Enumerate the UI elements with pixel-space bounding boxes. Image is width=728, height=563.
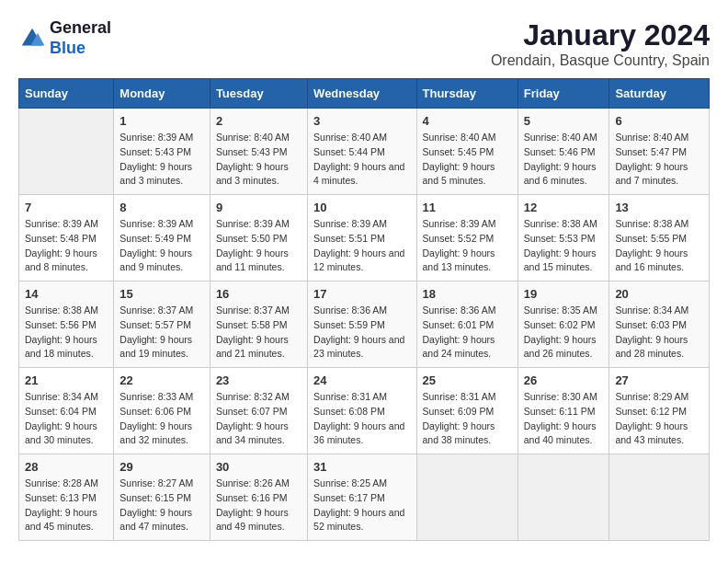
date-number: 30 bbox=[216, 460, 301, 474]
date-number: 7 bbox=[25, 201, 108, 214]
table-row: 31 Sunrise: 8:25 AMSunset: 6:17 PMDaylig… bbox=[308, 454, 416, 541]
header-friday: Friday bbox=[518, 79, 609, 109]
cell-info: Sunrise: 8:40 AMSunset: 5:43 PMDaylight:… bbox=[216, 131, 301, 189]
cell-info: Sunrise: 8:31 AMSunset: 6:09 PMDaylight:… bbox=[423, 390, 512, 448]
date-number: 9 bbox=[216, 201, 301, 214]
date-number: 26 bbox=[524, 373, 604, 387]
table-row: 28 Sunrise: 8:28 AMSunset: 6:13 PMDaylig… bbox=[19, 454, 114, 541]
cell-info: Sunrise: 8:39 AMSunset: 5:50 PMDaylight:… bbox=[216, 217, 301, 275]
cell-info: Sunrise: 8:30 AMSunset: 6:11 PMDaylight:… bbox=[524, 390, 604, 448]
table-row: 24 Sunrise: 8:31 AMSunset: 6:08 PMDaylig… bbox=[308, 368, 416, 454]
date-number: 23 bbox=[216, 373, 301, 387]
table-row: 29 Sunrise: 8:27 AMSunset: 6:15 PMDaylig… bbox=[114, 454, 210, 541]
calendar-week-row: 14 Sunrise: 8:38 AMSunset: 5:56 PMDaylig… bbox=[19, 282, 710, 368]
logo-text: General Blue bbox=[50, 18, 111, 58]
table-row: 22 Sunrise: 8:33 AMSunset: 6:06 PMDaylig… bbox=[114, 368, 210, 454]
calendar-table: Sunday Monday Tuesday Wednesday Thursday… bbox=[18, 78, 710, 541]
cell-info: Sunrise: 8:38 AMSunset: 5:53 PMDaylight:… bbox=[524, 217, 604, 275]
title-section: January 2024 Orendain, Basque Country, S… bbox=[491, 18, 710, 69]
calendar-header-row: Sunday Monday Tuesday Wednesday Thursday… bbox=[19, 79, 710, 109]
calendar-week-row: 21 Sunrise: 8:34 AMSunset: 6:04 PMDaylig… bbox=[19, 368, 710, 454]
table-row: 3 Sunrise: 8:40 AMSunset: 5:44 PMDayligh… bbox=[308, 109, 416, 195]
cell-info: Sunrise: 8:31 AMSunset: 6:08 PMDaylight:… bbox=[313, 390, 410, 448]
date-number: 16 bbox=[216, 287, 301, 301]
cell-info: Sunrise: 8:39 AMSunset: 5:48 PMDaylight:… bbox=[25, 217, 108, 275]
page-title: January 2024 bbox=[491, 18, 710, 52]
date-number: 5 bbox=[524, 114, 604, 128]
date-number: 6 bbox=[615, 114, 703, 128]
date-number: 24 bbox=[313, 373, 410, 387]
date-number: 25 bbox=[423, 373, 512, 387]
cell-info: Sunrise: 8:28 AMSunset: 6:13 PMDaylight:… bbox=[25, 477, 108, 534]
table-row: 25 Sunrise: 8:31 AMSunset: 6:09 PMDaylig… bbox=[416, 368, 518, 454]
calendar-week-row: 7 Sunrise: 8:39 AMSunset: 5:48 PMDayligh… bbox=[19, 195, 710, 282]
table-row: 18 Sunrise: 8:36 AMSunset: 6:01 PMDaylig… bbox=[416, 282, 518, 368]
table-row: 11 Sunrise: 8:39 AMSunset: 5:52 PMDaylig… bbox=[416, 195, 518, 282]
logo-line2: Blue bbox=[50, 39, 111, 59]
date-number: 10 bbox=[313, 201, 410, 214]
logo-line1: General bbox=[50, 18, 111, 39]
table-row: 14 Sunrise: 8:38 AMSunset: 5:56 PMDaylig… bbox=[19, 282, 114, 368]
table-row: 7 Sunrise: 8:39 AMSunset: 5:48 PMDayligh… bbox=[19, 195, 114, 282]
cell-info: Sunrise: 8:27 AMSunset: 6:15 PMDaylight:… bbox=[119, 477, 204, 534]
cell-info: Sunrise: 8:32 AMSunset: 6:07 PMDaylight:… bbox=[216, 390, 301, 448]
table-row: 4 Sunrise: 8:40 AMSunset: 5:45 PMDayligh… bbox=[416, 109, 518, 195]
date-number: 3 bbox=[313, 114, 410, 128]
date-number: 17 bbox=[313, 287, 410, 301]
header-sunday: Sunday bbox=[19, 79, 114, 109]
table-row: 9 Sunrise: 8:39 AMSunset: 5:50 PMDayligh… bbox=[210, 195, 307, 282]
cell-info: Sunrise: 8:33 AMSunset: 6:06 PMDaylight:… bbox=[119, 390, 204, 448]
calendar-week-row: 1 Sunrise: 8:39 AMSunset: 5:43 PMDayligh… bbox=[19, 109, 710, 195]
cell-info: Sunrise: 8:39 AMSunset: 5:52 PMDaylight:… bbox=[423, 217, 512, 275]
cell-info: Sunrise: 8:25 AMSunset: 6:17 PMDaylight:… bbox=[313, 477, 410, 534]
cell-info: Sunrise: 8:34 AMSunset: 6:04 PMDaylight:… bbox=[25, 390, 108, 448]
page-subtitle: Orendain, Basque Country, Spain bbox=[491, 52, 710, 69]
date-number: 28 bbox=[25, 460, 108, 474]
cell-info: Sunrise: 8:37 AMSunset: 5:58 PMDaylight:… bbox=[216, 304, 301, 362]
cell-info: Sunrise: 8:40 AMSunset: 5:45 PMDaylight:… bbox=[423, 131, 512, 189]
cell-info: Sunrise: 8:40 AMSunset: 5:46 PMDaylight:… bbox=[524, 131, 604, 189]
header-monday: Monday bbox=[114, 79, 210, 109]
date-number: 15 bbox=[119, 287, 204, 301]
header-saturday: Saturday bbox=[609, 79, 710, 109]
date-number: 12 bbox=[524, 201, 604, 214]
date-number: 4 bbox=[423, 114, 512, 128]
table-row: 1 Sunrise: 8:39 AMSunset: 5:43 PMDayligh… bbox=[114, 109, 210, 195]
table-row: 15 Sunrise: 8:37 AMSunset: 5:57 PMDaylig… bbox=[114, 282, 210, 368]
cell-info: Sunrise: 8:38 AMSunset: 5:55 PMDaylight:… bbox=[615, 217, 703, 275]
date-number: 13 bbox=[615, 201, 703, 214]
date-number: 2 bbox=[216, 114, 301, 128]
date-number: 31 bbox=[313, 460, 410, 474]
calendar-week-row: 28 Sunrise: 8:28 AMSunset: 6:13 PMDaylig… bbox=[19, 454, 710, 541]
cell-info: Sunrise: 8:26 AMSunset: 6:16 PMDaylight:… bbox=[216, 477, 301, 534]
date-number: 20 bbox=[615, 287, 703, 301]
table-row: 12 Sunrise: 8:38 AMSunset: 5:53 PMDaylig… bbox=[518, 195, 609, 282]
date-number: 14 bbox=[25, 287, 108, 301]
table-row: 16 Sunrise: 8:37 AMSunset: 5:58 PMDaylig… bbox=[210, 282, 307, 368]
cell-info: Sunrise: 8:36 AMSunset: 5:59 PMDaylight:… bbox=[313, 304, 410, 362]
cell-info: Sunrise: 8:40 AMSunset: 5:44 PMDaylight:… bbox=[313, 131, 410, 189]
date-number: 8 bbox=[119, 201, 204, 214]
cell-info: Sunrise: 8:40 AMSunset: 5:47 PMDaylight:… bbox=[615, 131, 703, 189]
table-row: 19 Sunrise: 8:35 AMSunset: 6:02 PMDaylig… bbox=[518, 282, 609, 368]
table-row: 13 Sunrise: 8:38 AMSunset: 5:55 PMDaylig… bbox=[609, 195, 710, 282]
date-number: 27 bbox=[615, 373, 703, 387]
logo: General Blue bbox=[18, 18, 111, 58]
cell-info: Sunrise: 8:29 AMSunset: 6:12 PMDaylight:… bbox=[615, 390, 703, 448]
table-row: 2 Sunrise: 8:40 AMSunset: 5:43 PMDayligh… bbox=[210, 109, 307, 195]
table-row bbox=[609, 454, 710, 541]
date-number: 11 bbox=[423, 201, 512, 214]
table-row: 26 Sunrise: 8:30 AMSunset: 6:11 PMDaylig… bbox=[518, 368, 609, 454]
cell-info: Sunrise: 8:39 AMSunset: 5:43 PMDaylight:… bbox=[119, 131, 204, 189]
cell-info: Sunrise: 8:35 AMSunset: 6:02 PMDaylight:… bbox=[524, 304, 604, 362]
header-wednesday: Wednesday bbox=[308, 79, 416, 109]
table-row: 27 Sunrise: 8:29 AMSunset: 6:12 PMDaylig… bbox=[609, 368, 710, 454]
cell-info: Sunrise: 8:36 AMSunset: 6:01 PMDaylight:… bbox=[423, 304, 512, 362]
date-number: 19 bbox=[524, 287, 604, 301]
cell-info: Sunrise: 8:39 AMSunset: 5:51 PMDaylight:… bbox=[313, 217, 410, 275]
table-row: 17 Sunrise: 8:36 AMSunset: 5:59 PMDaylig… bbox=[308, 282, 416, 368]
date-number: 21 bbox=[25, 373, 108, 387]
table-row: 8 Sunrise: 8:39 AMSunset: 5:49 PMDayligh… bbox=[114, 195, 210, 282]
header-thursday: Thursday bbox=[416, 79, 518, 109]
header: General Blue January 2024 Orendain, Basq… bbox=[18, 18, 710, 69]
